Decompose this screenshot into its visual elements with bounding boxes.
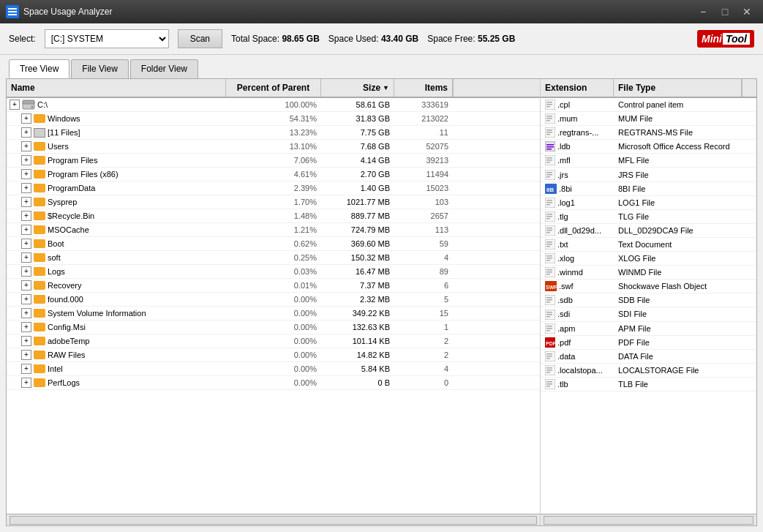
ext-row[interactable]: .ldbMicrosoft Office Access Record: [541, 140, 756, 154]
ext-row[interactable]: .mumMUM File: [541, 112, 756, 126]
ext-row[interactable]: .winmdWINMD File: [541, 266, 756, 280]
table-row[interactable]: +Logs0.03%16.47 MB89: [7, 265, 540, 279]
ext-row[interactable]: .tlgTLG File: [541, 210, 756, 224]
ext-row[interactable]: .txtText Document: [541, 238, 756, 252]
row-name: $Recycle.Bin: [48, 211, 94, 220]
tree-toggle[interactable]: +: [21, 378, 31, 388]
ext-row[interactable]: 8B.8bi8BI File: [541, 182, 756, 196]
tab-folder-view[interactable]: Folder View: [130, 59, 198, 78]
tree-toggle[interactable]: +: [10, 100, 20, 110]
header-name[interactable]: Name: [7, 79, 226, 97]
svg-rect-26: [546, 162, 550, 163]
tree-toggle[interactable]: +: [21, 308, 31, 318]
table-row[interactable]: +RAW Files0.00%14.82 KB2: [7, 348, 540, 362]
tree-toggle[interactable]: +: [21, 155, 31, 165]
left-horizontal-scrollbar[interactable]: [7, 514, 540, 525]
ext-row[interactable]: .apmAPM File: [541, 322, 756, 336]
tree-toggle[interactable]: +: [21, 225, 31, 235]
table-row[interactable]: +Users13.10%7.68 GB52075: [7, 140, 540, 154]
right-horizontal-scrollbar[interactable]: [541, 514, 756, 525]
ext-row[interactable]: .xlogXLOG File: [541, 252, 756, 266]
row-name: Recovery: [48, 281, 81, 290]
svg-rect-66: [546, 316, 550, 318]
tree-toggle[interactable]: +: [21, 211, 31, 221]
ext-row[interactable]: .localstoра...LOCALSTORAGE File: [541, 364, 756, 378]
ext-row[interactable]: .cplControl panel item: [541, 98, 756, 112]
drive-select[interactable]: [C:] SYSTEM: [45, 29, 169, 48]
table-row[interactable]: +PerfLogs0.00%0 B0: [7, 376, 540, 390]
tree-toggle[interactable]: +: [21, 183, 31, 193]
tree-toggle[interactable]: +: [21, 336, 31, 346]
ext-row[interactable]: PDF.pdfPDF File: [541, 336, 756, 350]
tree-toggle[interactable]: +: [21, 280, 31, 291]
tab-file-view[interactable]: File View: [71, 59, 128, 78]
table-row[interactable]: +$Recycle.Bin1.48%889.77 MB2657: [7, 209, 540, 223]
table-row[interactable]: +Sysprep1.70%1021.77 MB103: [7, 195, 540, 209]
table-row[interactable]: +found.0000.00%2.32 MB5: [7, 293, 540, 307]
table-row[interactable]: +Program Files7.06%4.14 GB39213: [7, 154, 540, 168]
table-row[interactable]: +Windows54.31%31.83 GB213022: [7, 112, 540, 126]
maximize-button[interactable]: □: [715, 4, 735, 20]
tree-toggle[interactable]: +: [21, 266, 31, 277]
files-icon: [34, 128, 45, 138]
tree-toggle[interactable]: +: [21, 252, 31, 263]
tree-toggle[interactable]: +: [21, 169, 31, 179]
extension-value: .pdf: [557, 338, 571, 347]
header-percent[interactable]: Percent of Parent: [226, 79, 321, 97]
table-row[interactable]: +C:\100.00%58.61 GB333619: [7, 98, 540, 112]
scan-button[interactable]: Scan: [178, 29, 222, 48]
tree-toggle[interactable]: +: [21, 364, 31, 374]
table-row[interactable]: +System Volume Information0.00%349.22 KB…: [7, 307, 540, 321]
table-row[interactable]: +adobeTemp0.00%101.14 KB2: [7, 334, 540, 348]
ext-row[interactable]: .tlbTLB File: [541, 378, 756, 391]
table-row[interactable]: +Program Files (x86)4.61%2.70 GB11494: [7, 168, 540, 181]
ext-row[interactable]: .sdiSDI File: [541, 307, 756, 321]
svg-rect-44: [546, 232, 550, 233]
table-row[interactable]: +Boot0.62%369.60 MB59: [7, 237, 540, 251]
header-items[interactable]: Items: [394, 79, 453, 97]
table-row[interactable]: +Config.Msi0.00%132.63 KB1: [7, 321, 540, 334]
header-extension[interactable]: Extension: [541, 79, 614, 97]
table-row[interactable]: +MSOCache1.21%724.79 MB113: [7, 223, 540, 237]
row-name: found.000: [48, 295, 83, 304]
table-row[interactable]: +Intel0.00%5.84 KB4: [7, 362, 540, 376]
toolbar: Select: [C:] SYSTEM Scan Total Space: 98…: [0, 23, 763, 55]
ext-row[interactable]: SWF.swfShockwave Flash Object: [541, 280, 756, 293]
tree-toggle[interactable]: +: [21, 350, 31, 360]
tree-toggle[interactable]: +: [21, 113, 31, 124]
ext-row[interactable]: .dataDATA File: [541, 350, 756, 364]
tree-toggle[interactable]: +: [21, 239, 31, 249]
table-row[interactable]: +ProgramData2.39%1.40 GB15023: [7, 181, 540, 195]
svg-rect-24: [546, 157, 552, 159]
tree-toggle[interactable]: +: [21, 197, 31, 207]
header-filetype[interactable]: File Type: [614, 79, 742, 97]
ext-row[interactable]: .jrsJRS File: [541, 168, 756, 181]
ext-row[interactable]: .sdbSDB File: [541, 293, 756, 307]
left-table-body[interactable]: +C:\100.00%58.61 GB333619+Windows54.31%3…: [7, 98, 540, 514]
ext-row[interactable]: .dll_0d29d...DLL_0D29DCA9 File: [541, 224, 756, 238]
tree-toggle[interactable]: +: [21, 294, 31, 304]
tree-toggle[interactable]: +: [21, 141, 31, 151]
folder-icon: [34, 364, 45, 373]
tab-tree-view[interactable]: Tree View: [9, 59, 69, 78]
close-button[interactable]: ✕: [737, 4, 757, 20]
right-table-body[interactable]: .cplControl panel item.mumMUM File.regtr…: [541, 98, 756, 514]
ext-row[interactable]: .log1LOG1 File: [541, 196, 756, 210]
header-size[interactable]: Size ▼: [321, 79, 394, 97]
minimize-button[interactable]: −: [693, 4, 713, 20]
window-controls: − □ ✕: [693, 4, 757, 20]
tree-toggle[interactable]: +: [21, 322, 31, 332]
svg-rect-17: [546, 132, 552, 133]
ext-row[interactable]: .regtrans-...REGTRANS-MS File: [541, 126, 756, 140]
ext-row[interactable]: .mflMFL File: [541, 154, 756, 168]
table-row[interactable]: +Recovery0.01%7.37 MB6: [7, 279, 540, 293]
extension-value: .localstoра...: [557, 366, 603, 375]
tab-bar: Tree View File View Folder View: [0, 55, 763, 78]
table-row[interactable]: +soft0.25%150.32 MB4: [7, 251, 540, 265]
file-type-icon: [545, 155, 557, 165]
table-row[interactable]: +[11 Files]13.23%7.75 GB11: [7, 126, 540, 140]
left-table-header: Name Percent of Parent Size ▼ Items: [7, 79, 540, 98]
tree-toggle[interactable]: +: [21, 127, 31, 138]
row-name: System Volume Information: [48, 309, 146, 318]
main-window: Select: [C:] SYSTEM Scan Total Space: 98…: [0, 23, 763, 532]
